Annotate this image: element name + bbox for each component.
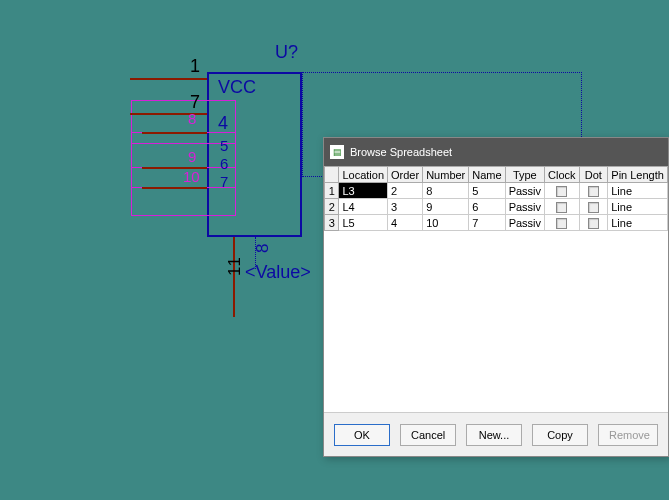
row-number: 2 <box>325 199 339 215</box>
col-clock[interactable]: Clock <box>545 167 580 183</box>
cell-number[interactable]: 10 <box>423 215 469 231</box>
pin-line[interactable] <box>233 237 235 317</box>
col-name[interactable]: Name <box>469 167 505 183</box>
col-dot[interactable]: Dot <box>579 167 608 183</box>
cell-pin-length[interactable]: Line <box>608 183 668 199</box>
cell-pin-length[interactable]: Line <box>608 215 668 231</box>
pin-name: 6 <box>220 155 228 172</box>
dialog-titlebar[interactable]: ▤ Browse Spreadsheet <box>324 138 668 166</box>
cell-clock[interactable] <box>545 183 580 199</box>
cell-clock[interactable] <box>545 215 580 231</box>
col-type[interactable]: Type <box>505 167 544 183</box>
col-pin-length[interactable]: Pin Length <box>608 167 668 183</box>
browse-spreadsheet-dialog: ▤ Browse Spreadsheet Location Order Numb… <box>323 137 669 457</box>
checkbox-icon[interactable] <box>556 218 567 229</box>
col-number[interactable]: Number <box>423 167 469 183</box>
table-row[interactable]: 2L4396PassivLine <box>325 199 668 215</box>
dialog-button-bar: OK Cancel New... Copy Remove <box>324 412 668 456</box>
table-header-row: Location Order Number Name Type Clock Do… <box>325 167 668 183</box>
cell-number[interactable]: 8 <box>423 183 469 199</box>
cell-order[interactable]: 3 <box>388 199 423 215</box>
table-row[interactable]: 1L3285PassivLine <box>325 183 668 199</box>
cell-dot[interactable] <box>579 215 608 231</box>
remove-button[interactable]: Remove <box>598 424 658 446</box>
cell-name[interactable]: 6 <box>469 199 505 215</box>
cell-dot[interactable] <box>579 199 608 215</box>
pin-number: 1 <box>190 56 200 77</box>
copy-button[interactable]: Copy <box>532 424 588 446</box>
corner-cell <box>325 167 339 183</box>
row-number: 3 <box>325 215 339 231</box>
cancel-button[interactable]: Cancel <box>400 424 456 446</box>
designator-label[interactable]: U? <box>275 42 298 63</box>
pin-line[interactable] <box>142 132 207 134</box>
checkbox-icon[interactable] <box>588 202 599 213</box>
checkbox-icon[interactable] <box>588 186 599 197</box>
pin-number: 11 <box>225 257 245 276</box>
pin-number: 9 <box>188 148 196 165</box>
dialog-title: Browse Spreadsheet <box>350 146 452 158</box>
value-label[interactable]: <Value> <box>245 262 311 283</box>
cell-clock[interactable] <box>545 199 580 215</box>
cell-type[interactable]: Passiv <box>505 183 544 199</box>
new-button[interactable]: New... <box>466 424 522 446</box>
pin-name: 7 <box>220 173 228 190</box>
pin-number: 10 <box>183 168 200 185</box>
row-number: 1 <box>325 183 339 199</box>
cell-dot[interactable] <box>579 183 608 199</box>
spreadsheet-table[interactable]: Location Order Number Name Type Clock Do… <box>324 166 668 412</box>
cell-number[interactable]: 9 <box>423 199 469 215</box>
pin-name: 5 <box>220 137 228 154</box>
pin-number: 8 <box>188 110 196 127</box>
col-location[interactable]: Location <box>339 167 388 183</box>
checkbox-icon[interactable] <box>556 202 567 213</box>
checkbox-icon[interactable] <box>588 218 599 229</box>
cell-location[interactable]: L5 <box>339 215 388 231</box>
pin-number: 8 <box>253 244 273 253</box>
app-icon: ▤ <box>330 145 344 159</box>
cell-location[interactable]: L4 <box>339 199 388 215</box>
pin-line[interactable] <box>142 187 207 189</box>
pin-line[interactable] <box>130 78 207 80</box>
table-row[interactable]: 3L54107PassivLine <box>325 215 668 231</box>
cell-name[interactable]: 7 <box>469 215 505 231</box>
cell-name[interactable]: 5 <box>469 183 505 199</box>
cell-type[interactable]: Passiv <box>505 199 544 215</box>
cell-order[interactable]: 4 <box>388 215 423 231</box>
cell-type[interactable]: Passiv <box>505 215 544 231</box>
cell-pin-length[interactable]: Line <box>608 199 668 215</box>
cell-location[interactable]: L3 <box>339 183 388 199</box>
pin-name: 4 <box>218 113 228 134</box>
ok-button[interactable]: OK <box>334 424 390 446</box>
col-order[interactable]: Order <box>388 167 423 183</box>
cell-order[interactable]: 2 <box>388 183 423 199</box>
vcc-label: VCC <box>218 77 256 98</box>
checkbox-icon[interactable] <box>556 186 567 197</box>
